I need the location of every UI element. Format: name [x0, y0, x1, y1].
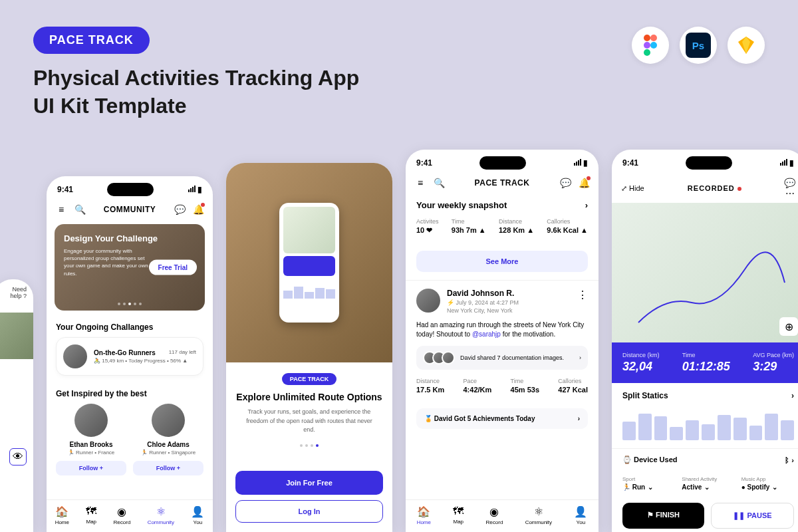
challenge-avatar	[63, 344, 87, 368]
screen-title: COMMUNITY	[104, 205, 156, 214]
hide-icon[interactable]: 👁	[9, 448, 27, 466]
figma-icon	[632, 27, 669, 64]
nav-community[interactable]: ⚛Community	[148, 505, 174, 525]
bell-icon[interactable]: 🔔	[193, 204, 203, 215]
avatar	[74, 404, 108, 437]
screen-title: RECORDED	[688, 184, 741, 192]
brand-badge: PACE TRACK	[33, 27, 150, 54]
map-view[interactable]: ⊕	[612, 203, 798, 342]
signal-icon: ▮	[188, 185, 202, 194]
chevron-down-icon: ⌄	[648, 483, 653, 491]
avatar[interactable]	[416, 289, 440, 313]
finish-button[interactable]: ⚑ FINISH	[622, 503, 704, 529]
avatar	[152, 404, 185, 437]
locate-icon[interactable]: ⊕	[779, 317, 798, 336]
menu-icon[interactable]: ≡	[56, 204, 66, 215]
login-button[interactable]: Log In	[235, 500, 383, 523]
hero-banner[interactable]: Design Your Challenge Engage your commun…	[55, 224, 205, 311]
person-card[interactable]: Ethan Brooks 🏃 Runner • France Follow +	[56, 404, 126, 475]
svg-point-3	[650, 42, 657, 49]
screen-title: PACE TRACK	[475, 178, 530, 188]
bell-icon[interactable]: 🔔	[579, 178, 589, 188]
chat-icon[interactable]: 💬	[174, 204, 185, 215]
phone-home: 9:41 ▮ ≡🔍 PACE TRACK 💬🔔 Your weekly snap…	[406, 150, 598, 532]
chevron-right-icon[interactable]: ›	[791, 391, 794, 400]
nav-you[interactable]: 👤You	[574, 505, 587, 525]
music-select[interactable]: Music App● Spotify ⌄	[741, 476, 794, 491]
chat-icon[interactable]: 💬	[785, 178, 795, 188]
achievement-banner[interactable]: 🏅 David Got 5 Achievments Today›	[416, 408, 588, 429]
post-author[interactable]: David Johnson R.	[447, 289, 571, 298]
phone-recording: 9:41 ▮ ⤢ Hide RECORDED 💬 ⋯ ⊕ Distance (k…	[612, 150, 798, 532]
bluetooth-icon: ᛒ	[785, 456, 789, 464]
sketch-icon	[728, 27, 765, 64]
chevron-right-icon[interactable]: ›	[791, 456, 794, 464]
svg-point-0	[644, 35, 650, 41]
onboard-desc: Track your runs, set goals, and experien…	[235, 408, 383, 435]
phone-onboarding: PACE TRACK Explore Unlimited Route Optio…	[226, 163, 392, 532]
free-trial-button[interactable]: Free Trial	[149, 260, 197, 275]
svg-point-4	[644, 49, 650, 56]
ongoing-title: Your Ongoing Challanges	[56, 323, 203, 332]
join-button[interactable]: Join For Free	[235, 471, 383, 495]
nav-home[interactable]: 🏠Home	[417, 505, 431, 525]
challenge-card[interactable]: On-the-Go Runners117 day left 🚴 15,49 km…	[56, 337, 203, 376]
page-title: Physical Activities Tracking App UI Kit …	[33, 65, 765, 120]
chevron-right-icon[interactable]: ›	[585, 200, 588, 210]
search-icon[interactable]: 🔍	[74, 204, 85, 215]
see-more-button[interactable]: See More	[416, 251, 588, 272]
nav-you[interactable]: 👤You	[191, 505, 204, 525]
nav-record[interactable]: ◉Record	[486, 505, 503, 525]
chevron-down-icon: ⌄	[772, 483, 777, 491]
search-icon[interactable]: 🔍	[434, 178, 444, 188]
device-label: ⌚ Device Used	[622, 456, 678, 464]
svg-point-2	[644, 42, 650, 49]
follow-button[interactable]: Follow +	[133, 461, 203, 475]
shared-images[interactable]: David shared 7 documentation images.›	[416, 346, 588, 370]
nav-map[interactable]: 🗺Map	[453, 505, 464, 525]
help-link[interactable]: Need help ?	[0, 279, 33, 306]
snapshot-title: Your weekly snapshot	[416, 200, 507, 210]
follow-button[interactable]: Follow +	[56, 461, 126, 475]
split-title: Split Statics	[622, 391, 668, 400]
svg-point-1	[650, 35, 657, 41]
signal-icon: ▮	[780, 158, 794, 168]
brand-badge: PACE TRACK	[282, 373, 336, 385]
nav-community[interactable]: ⚛Community	[525, 505, 552, 525]
inspired-title: Get Inspired by the best	[56, 389, 203, 398]
phone-partial: Need help ? 👁	[0, 279, 33, 532]
sport-select[interactable]: Sport🏃 Run ⌄	[622, 476, 675, 491]
nav-record[interactable]: ◉Record	[114, 505, 131, 525]
phone-community: 9:41 ▮ ≡🔍 COMMUNITY 💬🔔 Design Your Chall…	[47, 176, 213, 532]
mention-link[interactable]: @sarahjp	[472, 331, 501, 338]
more-icon[interactable]: ⋮	[577, 289, 588, 301]
shared-select[interactable]: Shared ActivityActive ⌄	[682, 476, 734, 491]
split-chart	[622, 407, 794, 440]
chevron-down-icon: ⌄	[704, 483, 710, 491]
menu-icon[interactable]: ≡	[415, 178, 426, 188]
pause-button[interactable]: ❚❚ PAUSE	[711, 503, 794, 529]
onboard-title: Explore Unlimited Route Options	[235, 392, 383, 402]
hide-button[interactable]: ⤢ Hide	[621, 184, 644, 193]
chat-icon[interactable]: 💬	[560, 178, 571, 188]
nav-map[interactable]: 🗺Map	[86, 505, 96, 525]
photoshop-icon: Ps	[680, 27, 717, 64]
person-card[interactable]: Chloe Adams 🏃 Runner • Singapore Follow …	[133, 404, 203, 475]
more-icon[interactable]: ⋯	[785, 188, 795, 199]
nav-home[interactable]: 🏠Home	[55, 505, 69, 525]
signal-icon: ▮	[574, 158, 588, 168]
post-text: Had an amazing run through the streets o…	[416, 321, 588, 339]
